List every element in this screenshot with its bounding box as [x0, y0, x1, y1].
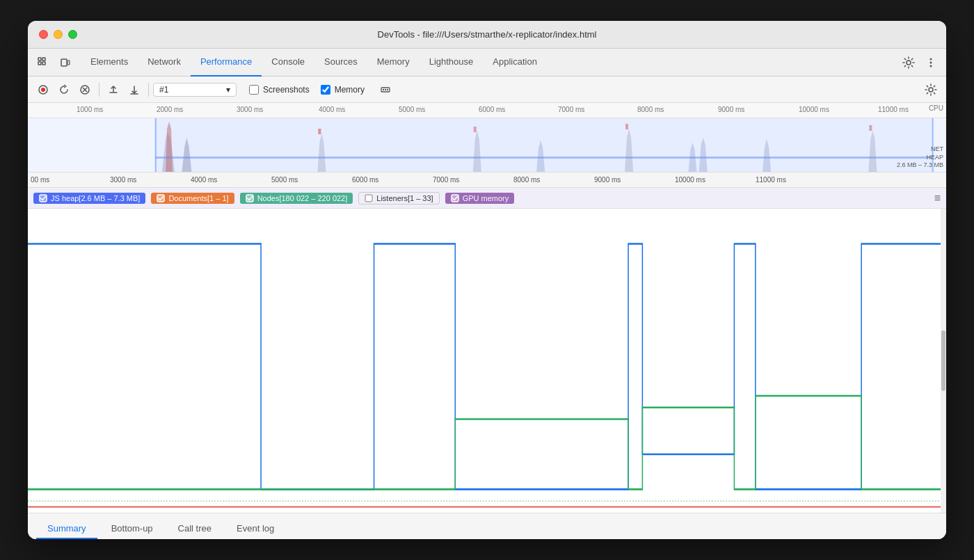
- window-title: DevTools - file:///Users/stmarthe/x-repl…: [378, 29, 597, 40]
- svg-rect-37: [155, 118, 932, 173]
- memory-chart-area[interactable]: [28, 209, 946, 513]
- tab-memory[interactable]: Memory: [367, 49, 420, 77]
- svg-rect-1: [42, 58, 45, 61]
- overview-panel: 1000 ms 2000 ms 3000 ms 4000 ms 5000 ms …: [28, 103, 946, 173]
- svg-rect-5: [67, 61, 70, 65]
- legend-js-heap[interactable]: JS heap[2.6 MB – 7.3 MB]: [33, 193, 145, 204]
- toolbar-right: [921, 80, 941, 99]
- ruler-3000: 3000 ms: [237, 106, 263, 113]
- minimize-button[interactable]: [54, 30, 63, 39]
- ruler-6000: 6000 ms: [479, 106, 505, 113]
- close-button[interactable]: [39, 30, 48, 39]
- timeline-ruler: 1000 ms 2000 ms 3000 ms 4000 ms 5000 ms …: [28, 103, 946, 118]
- tab-bar: Elements Network Performance Console Sou…: [28, 49, 946, 77]
- svg-point-8: [930, 61, 932, 63]
- gpu-check-icon: [451, 194, 459, 202]
- separator-1: [99, 83, 99, 97]
- documents-check-icon: [157, 194, 165, 202]
- scrollbar-track[interactable]: [941, 209, 946, 513]
- svg-point-19: [929, 88, 933, 92]
- tab-event-log[interactable]: Event log: [225, 519, 285, 539]
- svg-rect-43: [365, 195, 372, 202]
- tab-performance[interactable]: Performance: [191, 49, 262, 77]
- tab-elements[interactable]: Elements: [81, 49, 138, 77]
- ruler-11000: 11000 ms: [878, 106, 909, 113]
- nodes-check-icon: [246, 194, 254, 202]
- r2-8000: 8000 ms: [513, 176, 540, 184]
- tab-application[interactable]: Application: [483, 49, 547, 77]
- record-button[interactable]: [33, 80, 53, 99]
- r2-7000: 7000 ms: [433, 176, 459, 184]
- legend-menu-icon[interactable]: ≡: [934, 192, 941, 205]
- inspect-icon[interactable]: [33, 53, 53, 72]
- tab-bar-right: [899, 53, 941, 72]
- legend-gpu[interactable]: GPU memory: [445, 193, 515, 204]
- svg-point-11: [41, 88, 45, 92]
- ruler-7000: 7000 ms: [558, 106, 584, 113]
- devtools-window: DevTools - file:///Users/stmarthe/x-repl…: [28, 21, 946, 539]
- tab-call-tree[interactable]: Call tree: [167, 519, 223, 539]
- svg-point-7: [930, 58, 932, 60]
- cpu-chart: [28, 118, 946, 173]
- ruler-5000: 5000 ms: [399, 106, 425, 113]
- tab-console[interactable]: Console: [262, 49, 314, 77]
- svg-rect-18: [387, 89, 388, 90]
- memory-icon[interactable]: [376, 80, 395, 99]
- tab-bottom-up[interactable]: Bottom-up: [100, 519, 164, 539]
- svg-point-9: [930, 65, 932, 67]
- r2-3000: 3000 ms: [110, 176, 136, 184]
- legend-listeners[interactable]: Listeners[1 – 33]: [358, 192, 439, 205]
- r2-9000: 9000 ms: [594, 176, 621, 184]
- reload-record-button[interactable]: [54, 80, 74, 99]
- r2-10000: 10000 ms: [675, 176, 705, 184]
- cpu-label: CPU: [929, 104, 943, 112]
- memory-chart-svg: [28, 209, 946, 513]
- tab-lighthouse[interactable]: Lighthouse: [420, 49, 484, 77]
- legend-documents[interactable]: Documents[1 – 1]: [151, 193, 234, 204]
- ruler-10000: 10000 ms: [799, 106, 829, 113]
- overview-chart[interactable]: NET HEAP 2.6 MB – 7.3 MB: [28, 118, 946, 173]
- profile-selector[interactable]: #1 ▾: [153, 83, 237, 97]
- settings-icon[interactable]: [899, 53, 918, 72]
- memory-section: 00 ms 3000 ms 4000 ms 5000 ms 6000 ms 70…: [28, 173, 946, 513]
- tab-network[interactable]: Network: [138, 49, 191, 77]
- r2-4000: 4000 ms: [191, 176, 217, 184]
- r2-5000: 5000 ms: [271, 176, 298, 184]
- js-heap-check-icon: [39, 194, 47, 202]
- devtools-icons: [33, 53, 75, 72]
- svg-rect-16: [383, 89, 384, 90]
- legend-nodes[interactable]: Nodes[180 022 – 220 022]: [240, 193, 353, 204]
- screenshots-checkbox[interactable]: [249, 85, 259, 95]
- ruler-2000: 2000 ms: [157, 106, 183, 113]
- tab-summary[interactable]: Summary: [36, 519, 97, 539]
- clear-button[interactable]: [75, 80, 95, 99]
- svg-rect-4: [61, 59, 67, 66]
- title-bar: DevTools - file:///Users/stmarthe/x-repl…: [28, 21, 946, 49]
- svg-rect-0: [38, 58, 41, 61]
- download-button[interactable]: [125, 80, 144, 99]
- upload-button[interactable]: [104, 80, 123, 99]
- svg-rect-17: [385, 89, 386, 90]
- separator-2: [148, 83, 149, 97]
- svg-point-6: [907, 61, 911, 65]
- r2-0: 00 ms: [31, 176, 49, 184]
- perf-settings-icon[interactable]: [921, 80, 941, 99]
- r2-11000: 11000 ms: [756, 176, 786, 184]
- tab-sources[interactable]: Sources: [314, 49, 367, 77]
- ruler-9000: 9000 ms: [718, 106, 744, 113]
- profile-label: #1: [159, 85, 168, 95]
- ruler-8000: 8000 ms: [637, 106, 664, 113]
- memory-check[interactable]: Memory: [321, 85, 365, 95]
- performance-toolbar: #1 ▾ Screenshots Memory: [28, 77, 946, 103]
- memory-checkbox[interactable]: [321, 85, 330, 95]
- r2-6000: 6000 ms: [352, 176, 378, 184]
- bottom-tabs: Summary Bottom-up Call tree Event log: [28, 513, 946, 539]
- screenshots-check[interactable]: Screenshots: [249, 85, 310, 95]
- device-icon[interactable]: [56, 53, 75, 72]
- toolbar-options: Screenshots Memory: [249, 80, 920, 99]
- scrollbar-thumb[interactable]: [941, 330, 945, 391]
- legend-bar: JS heap[2.6 MB – 7.3 MB] Documents[1 – 1…: [28, 188, 946, 209]
- svg-rect-2: [38, 62, 41, 65]
- maximize-button[interactable]: [68, 30, 77, 39]
- more-icon[interactable]: [921, 53, 941, 72]
